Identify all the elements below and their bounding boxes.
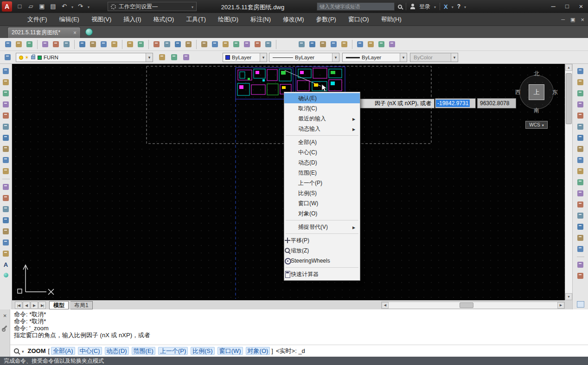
- save-icon[interactable]: [25, 39, 34, 49]
- recent-commands-caret-icon[interactable]: [22, 347, 24, 354]
- context-menu-item[interactable]: 全部(A): [284, 137, 360, 147]
- context-menu-item[interactable]: 范围(E): [284, 168, 360, 178]
- workspace-dropdown[interactable]: 工作空间设置—: [108, 2, 197, 11]
- scrollbar-thumb[interactable]: [566, 73, 572, 124]
- doc-close-button[interactable]: [581, 16, 584, 23]
- scrollbar-thumb[interactable]: [460, 302, 473, 308]
- sheet-set-manager-icon[interactable]: [231, 39, 241, 49]
- cut-icon[interactable]: [77, 39, 87, 49]
- context-menu-item[interactable]: 平移(P): [284, 235, 360, 245]
- help-icon[interactable]: [263, 39, 273, 49]
- first-tab-icon[interactable]: [15, 302, 22, 309]
- dropdown-caret-icon[interactable]: [400, 53, 407, 62]
- viewcube-east[interactable]: 东: [552, 88, 558, 96]
- gradient-icon[interactable]: [1, 227, 11, 236]
- tab-close-icon[interactable]: [73, 30, 77, 36]
- user-icon[interactable]: [410, 4, 415, 9]
- viewcube[interactable]: 北 西 东 南 上: [516, 71, 557, 113]
- autocad-logo-icon[interactable]: A: [2, 1, 12, 12]
- document-tab[interactable]: 2021.5.11套房图纸*: [7, 27, 81, 38]
- scroll-down-icon[interactable]: [565, 293, 572, 300]
- new-icon[interactable]: [3, 39, 13, 49]
- exchange-caret-icon[interactable]: [452, 3, 454, 10]
- move-icon[interactable]: [575, 122, 585, 132]
- menubar-item[interactable]: 格式(O): [147, 13, 180, 26]
- search-input[interactable]: [317, 2, 395, 11]
- login-button[interactable]: 登录: [419, 3, 430, 11]
- context-menu-item[interactable]: 缩放(Z): [284, 245, 360, 256]
- context-menu-item[interactable]: 对象(O): [284, 208, 360, 219]
- layer-properties-icon[interactable]: [3, 52, 13, 62]
- context-menu-item[interactable]: 取消(C): [284, 103, 360, 113]
- next-tab-icon[interactable]: [31, 302, 38, 309]
- context-menu-item[interactable]: 上一个(P): [284, 178, 360, 188]
- properties-icon[interactable]: [199, 39, 209, 49]
- construction-line-icon[interactable]: [1, 77, 11, 87]
- dropdown-caret-icon[interactable]: [451, 53, 458, 62]
- menubar-item[interactable]: 窗口(O): [342, 13, 375, 26]
- publish-icon[interactable]: [62, 39, 71, 49]
- minimize-button[interactable]: [546, 0, 560, 12]
- exchange-apps-icon[interactable]: X: [444, 3, 448, 10]
- make-block-icon[interactable]: [1, 193, 11, 203]
- extend-icon[interactable]: [575, 177, 585, 187]
- context-menu-item[interactable]: 窗口(W): [284, 198, 360, 208]
- line-icon[interactable]: [1, 66, 11, 76]
- rectangle-icon[interactable]: [1, 111, 11, 120]
- command-option[interactable]: 动态(D): [105, 347, 129, 355]
- tool-palettes-icon[interactable]: [221, 39, 230, 49]
- viewcube-top-face[interactable]: 上: [529, 84, 544, 100]
- menubar-item[interactable]: 编辑(E): [53, 13, 85, 26]
- menubar-item[interactable]: 工具(T): [180, 13, 212, 26]
- new-icon[interactable]: [16, 2, 24, 10]
- doc-minimize-button[interactable]: [561, 17, 565, 22]
- undo-caret-icon[interactable]: [71, 3, 73, 10]
- spline-icon[interactable]: [1, 155, 11, 165]
- help-icon[interactable]: ?: [457, 3, 460, 10]
- tab-model[interactable]: 模型: [49, 301, 69, 309]
- wcs-dropdown[interactable]: WCS: [525, 121, 548, 129]
- snap-settings-icon[interactable]: [339, 39, 349, 49]
- array-icon[interactable]: [575, 111, 585, 120]
- scale-icon[interactable]: [575, 144, 585, 154]
- plot-style-dropdown[interactable]: ByColor: [410, 53, 458, 62]
- layer-previous-icon[interactable]: [169, 52, 179, 62]
- redo-caret-icon[interactable]: [88, 3, 89, 10]
- horizontal-scrollbar[interactable]: [381, 302, 565, 309]
- dropdown-caret-icon[interactable]: [146, 53, 153, 62]
- previous-tab-icon[interactable]: [23, 302, 30, 309]
- preview-icon[interactable]: [51, 39, 61, 49]
- annotation-monitor-icon[interactable]: [577, 301, 584, 308]
- undo-icon[interactable]: [125, 39, 135, 49]
- command-option[interactable]: 上一个(P): [158, 347, 188, 355]
- polygon-icon[interactable]: [1, 100, 11, 109]
- snap-to-intersection-icon[interactable]: [329, 39, 339, 49]
- point-icon[interactable]: [1, 204, 11, 214]
- dynamic-input-y-field[interactable]: 96302.8078: [477, 98, 516, 108]
- stretch-icon[interactable]: [575, 155, 585, 165]
- circle-icon[interactable]: [1, 133, 11, 143]
- snap-to-midpoint-icon[interactable]: [307, 39, 317, 49]
- menubar-item[interactable]: 视图(V): [85, 13, 117, 26]
- command-option[interactable]: 范围(E): [132, 347, 155, 355]
- help-caret-icon[interactable]: [464, 3, 466, 10]
- new-tab-button[interactable]: [85, 28, 93, 36]
- context-menu-item[interactable]: 比例(S): [284, 188, 360, 198]
- search-icon[interactable]: [398, 5, 402, 9]
- menubar-item[interactable]: 插入(I): [117, 13, 147, 26]
- command-option[interactable]: 窗口(W): [217, 347, 243, 355]
- viewcube-north[interactable]: 北: [534, 70, 539, 78]
- zoom-in-icon[interactable]: [366, 39, 376, 49]
- layer-states-icon[interactable]: [181, 52, 191, 62]
- region-icon[interactable]: [1, 238, 11, 247]
- insert-block-icon[interactable]: [1, 182, 11, 192]
- trim-icon[interactable]: [575, 166, 585, 176]
- zoom-extents-icon[interactable]: [387, 39, 397, 49]
- arc-icon[interactable]: [1, 122, 11, 132]
- command-window[interactable]: 命令: *取消*命令: *取消*命令: '_zoom指定窗口的角点，输入比例因子…: [10, 309, 588, 357]
- zoom-window-2-icon[interactable]: [355, 39, 365, 49]
- dropdown-caret-icon[interactable]: [260, 53, 267, 62]
- command-option[interactable]: 中心(C): [78, 347, 102, 355]
- revision-cloud-icon[interactable]: [1, 144, 11, 154]
- redo-icon[interactable]: [136, 39, 146, 49]
